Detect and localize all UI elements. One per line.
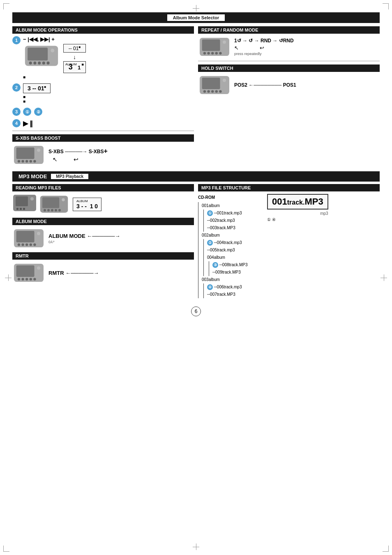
- svg-rect-55: [16, 265, 35, 277]
- svg-rect-35: [16, 208, 18, 210]
- divider-2: [198, 61, 380, 61]
- rmtr-label: RMTR ←──────→: [48, 270, 99, 276]
- track-006: ─006track.mp3: [214, 285, 242, 289]
- album-indicator: ■: [82, 62, 84, 67]
- step-1-buttons: − |◀◀, ▶▶| +: [23, 36, 86, 42]
- svg-point-49: [18, 243, 20, 246]
- svg-point-22: [215, 52, 218, 54]
- badge-3: ③: [212, 262, 218, 268]
- album-003-name: 003album: [202, 277, 220, 282]
- svg-point-31: [219, 90, 221, 92]
- svg-point-6: [42, 62, 45, 64]
- hold-player-svg: [198, 74, 231, 96]
- cd-rom-label: CD-ROM: [198, 194, 264, 201]
- badge-2: ②: [207, 240, 213, 246]
- reading-album-label: ALBUM: [76, 199, 98, 203]
- hold-header: HOLD SWITCH: [198, 64, 380, 72]
- sxbs-content: S-XBS ─────→ S-XBS+ ↖ ↩: [12, 144, 194, 166]
- left-section-header: ALBUM MODE OPERATIONS: [12, 26, 194, 34]
- album-002: 002album ② ─004track.mp3 ─005track.mp3 0…: [202, 232, 264, 276]
- left-column: ALBUM MODE OPERATIONS 1 − |◀◀, ▶▶| +: [12, 26, 194, 167]
- step-4: 4 ▶ ‖: [12, 119, 194, 127]
- album-003-tracks: ④ ─006track.mp3 ─007track.MP3: [203, 283, 264, 298]
- crosshair-right: [380, 274, 387, 281]
- lower-content: READING MP3 FILES: [12, 184, 380, 298]
- track-number: 1: [78, 64, 81, 71]
- svg-point-56: [37, 266, 40, 269]
- track-009: ─009track.MP3: [212, 270, 241, 274]
- crosshair-left: [5, 274, 12, 281]
- display-album: ALBUM ■ 3 1: [63, 61, 86, 73]
- sxbs-curved: ↖ ↩: [53, 156, 108, 163]
- svg-point-2: [51, 49, 54, 53]
- svg-rect-17: [202, 39, 220, 51]
- sxbs-label: S-XBS ─────→ S-XBS+ ↖ ↩: [48, 147, 108, 163]
- svg-point-3: [29, 62, 32, 64]
- svg-point-26: [223, 78, 226, 82]
- reading-device-2: [39, 194, 69, 214]
- svg-point-53: [33, 243, 36, 246]
- rmtr-header: RMTR: [12, 252, 194, 260]
- step-1-note: ■: [23, 75, 86, 79]
- svg-point-19: [203, 52, 206, 54]
- album-002-name: 002album: [202, 233, 220, 237]
- reading-display: ALBUM 3 - - 1 0: [73, 198, 101, 211]
- display-top: -- 01■: [63, 44, 86, 53]
- right-column: REPEAT / RANDOM MODE 1↺ → ↺ → RND → ↺RND…: [198, 26, 380, 167]
- svg-point-30: [215, 90, 218, 92]
- svg-rect-36: [20, 208, 22, 210]
- corner-mark-tr: [383, 3, 389, 9]
- lower-left: READING MP3 FILES: [12, 184, 194, 298]
- svg-point-52: [30, 243, 32, 246]
- album-mode-player: [12, 228, 45, 249]
- step-3-badge: 3: [12, 108, 21, 116]
- big-mp3: MP3: [304, 196, 323, 207]
- repeat-player-svg: [198, 36, 231, 58]
- svg-point-27: [203, 90, 206, 92]
- step-3-content: ① ②: [23, 108, 42, 116]
- svg-point-40: [62, 198, 65, 201]
- step-1-display-boxes: -- 01■ ↓ ALBUM ■ 3 1: [63, 44, 86, 73]
- step-2-content: 3 -- 01■ ■ ■: [23, 83, 51, 104]
- top-header-center-label: Album Mode Selector: [167, 14, 225, 21]
- svg-point-29: [211, 90, 214, 92]
- track-007: ─007track.MP3: [207, 292, 235, 297]
- svg-point-12: [21, 160, 24, 162]
- svg-point-23: [219, 52, 221, 54]
- upper-content: ALBUM MODE OPERATIONS 1 − |◀◀, ▶▶| +: [12, 26, 380, 167]
- album-mode-sub: 0⅄ᵖ: [48, 240, 120, 244]
- repeat-curved: ↖ ↩: [234, 45, 294, 51]
- badge-1: ①: [207, 210, 213, 216]
- album-mode-label: ALBUM MODE ←──────→: [48, 233, 120, 239]
- step-2: 2 3 -- 01■ ■ ■: [12, 83, 194, 104]
- svg-point-44: [55, 209, 57, 212]
- crosshair-bottom: [193, 543, 199, 550]
- big-track-word: track.: [287, 199, 305, 206]
- svg-point-13: [25, 160, 28, 162]
- sxbs-arrow: S-XBS ─────→ S-XBS+: [48, 147, 108, 155]
- svg-point-60: [30, 278, 32, 280]
- mp3-big-display-container: 001track.MP3 mp3 ① ④: [267, 194, 328, 298]
- step-3-sub2: ②: [34, 108, 42, 116]
- svg-point-15: [33, 160, 36, 162]
- step-3: 3 ① ②: [12, 108, 194, 116]
- album-mode-label-container: ALBUM MODE ←──────→ 0⅄ᵖ: [48, 233, 120, 244]
- sxbs-player-svg: [12, 144, 45, 166]
- svg-point-18: [223, 40, 226, 44]
- svg-rect-9: [16, 147, 35, 159]
- repeat-content: 1↺ → ↺ → RND → ↺RND ↖ ↩ press repeatedly: [198, 36, 380, 58]
- album-001-tracks: ① ─001track.mp3 ─002track.mp3 ─003track.…: [203, 210, 264, 232]
- repeat-sequence: 1↺ → ↺ → RND → ↺RND: [234, 38, 294, 44]
- mp3-mode-label: MP3 MODE: [18, 173, 47, 180]
- top-header: Album Mode Selector: [12, 12, 380, 23]
- svg-point-21: [211, 52, 214, 54]
- mp3-structure-content: CD-ROM 001album ① ─001track.mp3 ─002trac…: [198, 194, 380, 298]
- svg-rect-25: [202, 78, 220, 89]
- track-008: ─008track.MP3: [219, 263, 248, 267]
- svg-point-10: [37, 148, 40, 152]
- rmtr-player: [12, 262, 45, 283]
- album-mode-header: ALBUM MODE: [12, 218, 194, 225]
- step-2-note2: ■: [23, 99, 51, 104]
- track-002: ─002track.mp3: [207, 218, 235, 223]
- divider-1: [12, 131, 194, 131]
